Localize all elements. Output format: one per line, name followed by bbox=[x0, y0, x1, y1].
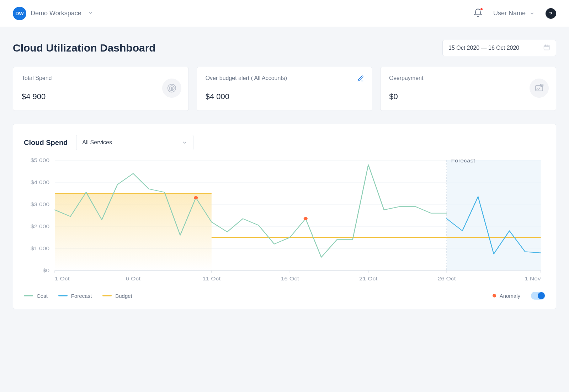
services-select[interactable]: All Services bbox=[76, 135, 193, 150]
date-range-value: 15 Oct 2020 — 16 Oct 2020 bbox=[448, 45, 519, 51]
legend-label: Anomaly bbox=[500, 293, 520, 299]
budget-swatch-icon bbox=[102, 295, 112, 296]
chevron-down-icon bbox=[529, 11, 535, 16]
card-overpayment: Overpayment $0 bbox=[380, 67, 556, 111]
legend-forecast[interactable]: Forecast bbox=[58, 293, 92, 299]
user-name: User Name bbox=[493, 10, 526, 17]
legend-label: Budget bbox=[115, 293, 132, 299]
notification-dot-icon bbox=[480, 7, 483, 11]
legend-cost[interactable]: Cost bbox=[24, 293, 48, 299]
svg-text:1 Oct: 1 Oct bbox=[55, 276, 70, 281]
svg-text:$4 000: $4 000 bbox=[31, 180, 49, 185]
card-value: $4 000 bbox=[206, 92, 364, 101]
svg-text:16 Oct: 16 Oct bbox=[281, 276, 299, 281]
card-value: $4 900 bbox=[22, 92, 180, 101]
workspace-initials-badge: DW bbox=[13, 7, 26, 20]
question-icon: ? bbox=[549, 10, 552, 16]
svg-point-43 bbox=[304, 217, 308, 220]
page: Cloud Utilization Dashboard 15 Oct 2020 … bbox=[0, 27, 569, 322]
page-header: Cloud Utilization Dashboard 15 Oct 2020 … bbox=[13, 40, 556, 56]
workspace-selector[interactable]: DW Demo Workspace bbox=[13, 7, 94, 20]
toggle-knob-icon bbox=[538, 292, 545, 299]
svg-text:$5 000: $5 000 bbox=[31, 158, 49, 163]
user-menu[interactable]: User Name bbox=[493, 10, 535, 17]
edit-budget-button[interactable] bbox=[357, 75, 364, 83]
cloud-spend-chart[interactable]: $0$1 000$2 000$3 000$4 000$5 0001 Oct6 O… bbox=[24, 157, 545, 285]
notifications-button[interactable] bbox=[473, 8, 483, 18]
metric-cards: Total Spend $4 900 $ Over budget alert (… bbox=[13, 67, 556, 111]
topbar-right: User Name ? bbox=[473, 8, 556, 19]
svg-rect-0 bbox=[544, 45, 549, 50]
svg-point-42 bbox=[194, 196, 198, 199]
card-value: $0 bbox=[389, 92, 547, 101]
svg-text:Forecast: Forecast bbox=[451, 158, 475, 163]
workspace-name: Demo Workspace bbox=[31, 10, 81, 17]
svg-text:11 Oct: 11 Oct bbox=[202, 276, 221, 281]
help-button[interactable]: ? bbox=[546, 8, 556, 19]
chevron-down-icon bbox=[182, 140, 187, 145]
legend-anomaly: Anomaly bbox=[493, 293, 520, 299]
card-cloud-spend: Cloud Spend All Services $0$1 000$2 000$… bbox=[13, 124, 556, 309]
card-over-budget: Over budget alert ( All Accounts) $4 000 bbox=[197, 67, 373, 111]
svg-text:6 Oct: 6 Oct bbox=[126, 276, 141, 281]
svg-text:$3 000: $3 000 bbox=[31, 202, 49, 207]
svg-text:$0: $0 bbox=[43, 268, 50, 273]
page-title: Cloud Utilization Dashboard bbox=[13, 42, 156, 54]
svg-text:$1 000: $1 000 bbox=[31, 246, 49, 251]
anomaly-toggle[interactable] bbox=[531, 292, 545, 300]
card-label: Overpayment bbox=[389, 75, 547, 81]
chart-legend: Cost Forecast Budget Anomaly bbox=[24, 292, 545, 300]
legend-label: Forecast bbox=[71, 293, 92, 299]
select-value: All Services bbox=[82, 139, 112, 146]
svg-text:1 Nov: 1 Nov bbox=[525, 276, 541, 281]
chevron-down-icon bbox=[88, 10, 94, 17]
card-label: Over budget alert ( All Accounts) bbox=[206, 75, 364, 81]
svg-text:21 Oct: 21 Oct bbox=[359, 276, 378, 281]
svg-text:26 Oct: 26 Oct bbox=[437, 276, 456, 281]
dollar-ring-icon: $ bbox=[162, 79, 181, 98]
card-label: Total Spend bbox=[22, 75, 180, 81]
date-range-picker[interactable]: 15 Oct 2020 — 16 Oct 2020 bbox=[442, 40, 556, 56]
legend-budget[interactable]: Budget bbox=[102, 293, 132, 299]
card-total-spend: Total Spend $4 900 $ bbox=[13, 67, 189, 111]
forecast-swatch-icon bbox=[58, 295, 68, 296]
chart-title: Cloud Spend bbox=[24, 139, 68, 147]
topbar: DW Demo Workspace User Name ? bbox=[0, 0, 569, 27]
chart-header: Cloud Spend All Services bbox=[24, 135, 545, 150]
anomaly-dot-icon bbox=[493, 294, 496, 297]
svg-text:$: $ bbox=[171, 87, 172, 90]
legend-label: Cost bbox=[37, 293, 48, 299]
calendar-icon bbox=[543, 44, 550, 52]
overpayment-icon bbox=[530, 79, 549, 98]
svg-text:$2 000: $2 000 bbox=[31, 224, 49, 229]
cost-swatch-icon bbox=[24, 295, 33, 296]
